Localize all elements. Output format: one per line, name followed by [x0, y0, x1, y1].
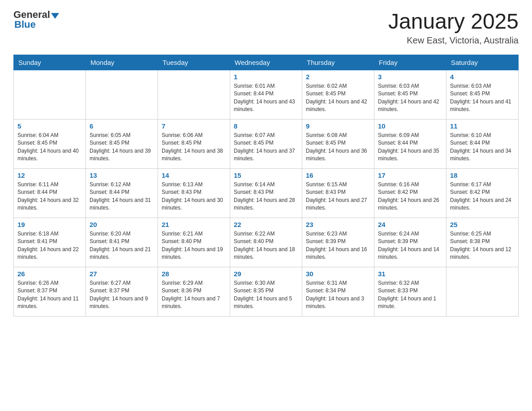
day-info: Sunrise: 6:30 AMSunset: 8:35 PMDaylight:…: [234, 279, 298, 311]
header-thursday: Thursday: [302, 55, 374, 70]
calendar-cell: 25Sunrise: 6:25 AMSunset: 8:38 PMDayligh…: [446, 218, 519, 267]
day-info: Sunrise: 6:08 AMSunset: 8:45 PMDaylight:…: [306, 132, 370, 163]
day-info: Sunrise: 6:29 AMSunset: 8:36 PMDaylight:…: [162, 279, 226, 311]
day-number: 13: [90, 171, 154, 179]
calendar-cell: 28Sunrise: 6:29 AMSunset: 8:36 PMDayligh…: [158, 267, 230, 317]
day-number: 20: [90, 221, 154, 228]
day-number: 7: [162, 122, 226, 130]
calendar-cell: 8Sunrise: 6:07 AMSunset: 8:45 PMDaylight…: [230, 120, 302, 169]
calendar-cell: 26Sunrise: 6:26 AMSunset: 8:37 PMDayligh…: [14, 267, 86, 317]
day-number: 2: [306, 73, 370, 81]
header-wednesday: Wednesday: [230, 55, 302, 70]
calendar-cell: 31Sunrise: 6:32 AMSunset: 8:33 PMDayligh…: [374, 267, 446, 317]
calendar-cell: 16Sunrise: 6:15 AMSunset: 8:43 PMDayligh…: [302, 169, 374, 218]
day-info: Sunrise: 6:18 AMSunset: 8:41 PMDaylight:…: [17, 230, 82, 261]
logo: General Blue: [13, 9, 59, 30]
day-info: Sunrise: 6:22 AMSunset: 8:40 PMDaylight:…: [234, 230, 298, 261]
day-number: 14: [162, 171, 226, 179]
calendar-cell: 21Sunrise: 6:21 AMSunset: 8:40 PMDayligh…: [158, 218, 230, 267]
calendar-cell: 13Sunrise: 6:12 AMSunset: 8:44 PMDayligh…: [86, 169, 158, 218]
calendar-cell: 1Sunrise: 6:01 AMSunset: 8:44 PMDaylight…: [230, 70, 302, 120]
week-row-4: 19Sunrise: 6:18 AMSunset: 8:41 PMDayligh…: [14, 218, 519, 267]
day-info: Sunrise: 6:25 AMSunset: 8:38 PMDaylight:…: [450, 230, 515, 261]
calendar-cell: 18Sunrise: 6:17 AMSunset: 8:42 PMDayligh…: [446, 169, 519, 218]
day-number: 23: [306, 221, 370, 228]
title-section: January 2025 Kew East, Victoria, Austral…: [388, 9, 519, 46]
location: Kew East, Victoria, Australia: [388, 35, 519, 46]
day-info: Sunrise: 6:27 AMSunset: 8:37 PMDaylight:…: [90, 279, 154, 311]
day-info: Sunrise: 6:12 AMSunset: 8:44 PMDaylight:…: [90, 181, 154, 212]
day-number: 21: [162, 221, 226, 228]
day-number: 6: [90, 122, 154, 130]
header-monday: Monday: [86, 55, 158, 70]
calendar-cell: 4Sunrise: 6:03 AMSunset: 8:45 PMDaylight…: [446, 70, 519, 120]
calendar-header-row: SundayMondayTuesdayWednesdayThursdayFrid…: [14, 55, 519, 70]
day-number: 27: [90, 270, 154, 278]
header-saturday: Saturday: [446, 55, 519, 70]
calendar-cell: [158, 70, 230, 120]
day-info: Sunrise: 6:23 AMSunset: 8:39 PMDaylight:…: [306, 230, 370, 261]
header-friday: Friday: [374, 55, 446, 70]
day-info: Sunrise: 6:15 AMSunset: 8:43 PMDaylight:…: [306, 181, 370, 212]
day-number: 5: [17, 122, 82, 130]
calendar-cell: 17Sunrise: 6:16 AMSunset: 8:42 PMDayligh…: [374, 169, 446, 218]
week-row-1: 1Sunrise: 6:01 AMSunset: 8:44 PMDaylight…: [14, 70, 519, 120]
header-tuesday: Tuesday: [158, 55, 230, 70]
calendar-cell: [446, 267, 519, 317]
day-number: 28: [162, 270, 226, 278]
day-number: 16: [306, 171, 370, 179]
day-number: 29: [234, 270, 298, 278]
day-info: Sunrise: 6:07 AMSunset: 8:45 PMDaylight:…: [234, 132, 298, 163]
day-number: 26: [17, 270, 82, 278]
day-info: Sunrise: 6:21 AMSunset: 8:40 PMDaylight:…: [162, 230, 226, 261]
day-number: 10: [378, 122, 442, 130]
day-info: Sunrise: 6:05 AMSunset: 8:45 PMDaylight:…: [90, 132, 154, 163]
calendar-cell: 22Sunrise: 6:22 AMSunset: 8:40 PMDayligh…: [230, 218, 302, 267]
day-info: Sunrise: 6:02 AMSunset: 8:45 PMDaylight:…: [306, 82, 370, 114]
day-info: Sunrise: 6:32 AMSunset: 8:33 PMDaylight:…: [378, 279, 442, 311]
calendar-cell: 24Sunrise: 6:24 AMSunset: 8:39 PMDayligh…: [374, 218, 446, 267]
day-info: Sunrise: 6:20 AMSunset: 8:41 PMDaylight:…: [90, 230, 154, 261]
day-info: Sunrise: 6:01 AMSunset: 8:44 PMDaylight:…: [234, 82, 298, 114]
calendar-cell: 20Sunrise: 6:20 AMSunset: 8:41 PMDayligh…: [86, 218, 158, 267]
calendar-cell: 3Sunrise: 6:03 AMSunset: 8:45 PMDaylight…: [374, 70, 446, 120]
day-number: 12: [17, 171, 82, 179]
day-number: 4: [450, 73, 515, 81]
day-info: Sunrise: 6:09 AMSunset: 8:44 PMDaylight:…: [378, 132, 442, 163]
day-number: 15: [234, 171, 298, 179]
day-number: 30: [306, 270, 370, 278]
calendar-cell: [14, 70, 86, 120]
day-number: 18: [450, 171, 515, 179]
calendar-cell: 30Sunrise: 6:31 AMSunset: 8:34 PMDayligh…: [302, 267, 374, 317]
day-number: 19: [17, 221, 82, 228]
day-info: Sunrise: 6:11 AMSunset: 8:44 PMDaylight:…: [17, 181, 82, 212]
month-title: January 2025: [388, 9, 519, 34]
calendar-table: SundayMondayTuesdayWednesdayThursdayFrid…: [13, 55, 519, 317]
day-info: Sunrise: 6:26 AMSunset: 8:37 PMDaylight:…: [17, 279, 82, 311]
day-info: Sunrise: 6:31 AMSunset: 8:34 PMDaylight:…: [306, 279, 370, 311]
calendar-cell: 29Sunrise: 6:30 AMSunset: 8:35 PMDayligh…: [230, 267, 302, 317]
calendar-cell: 7Sunrise: 6:06 AMSunset: 8:45 PMDaylight…: [158, 120, 230, 169]
day-number: 8: [234, 122, 298, 130]
calendar-cell: 6Sunrise: 6:05 AMSunset: 8:45 PMDaylight…: [86, 120, 158, 169]
day-number: 25: [450, 221, 515, 228]
calendar-cell: 9Sunrise: 6:08 AMSunset: 8:45 PMDaylight…: [302, 120, 374, 169]
day-info: Sunrise: 6:10 AMSunset: 8:44 PMDaylight:…: [450, 132, 515, 163]
calendar-cell: 12Sunrise: 6:11 AMSunset: 8:44 PMDayligh…: [14, 169, 86, 218]
day-number: 24: [378, 221, 442, 228]
day-info: Sunrise: 6:03 AMSunset: 8:45 PMDaylight:…: [450, 82, 515, 114]
day-info: Sunrise: 6:16 AMSunset: 8:42 PMDaylight:…: [378, 181, 442, 212]
week-row-5: 26Sunrise: 6:26 AMSunset: 8:37 PMDayligh…: [14, 267, 519, 317]
day-number: 22: [234, 221, 298, 228]
calendar-cell: 10Sunrise: 6:09 AMSunset: 8:44 PMDayligh…: [374, 120, 446, 169]
page-header: General Blue January 2025 Kew East, Vict…: [13, 9, 519, 46]
calendar-cell: 15Sunrise: 6:14 AMSunset: 8:43 PMDayligh…: [230, 169, 302, 218]
day-number: 3: [378, 73, 442, 81]
logo-blue-text: Blue: [14, 19, 36, 30]
calendar-cell: 2Sunrise: 6:02 AMSunset: 8:45 PMDaylight…: [302, 70, 374, 120]
calendar-cell: 5Sunrise: 6:04 AMSunset: 8:45 PMDaylight…: [14, 120, 86, 169]
day-number: 31: [378, 270, 442, 278]
calendar-cell: [86, 70, 158, 120]
day-info: Sunrise: 6:24 AMSunset: 8:39 PMDaylight:…: [378, 230, 442, 261]
calendar-cell: 23Sunrise: 6:23 AMSunset: 8:39 PMDayligh…: [302, 218, 374, 267]
